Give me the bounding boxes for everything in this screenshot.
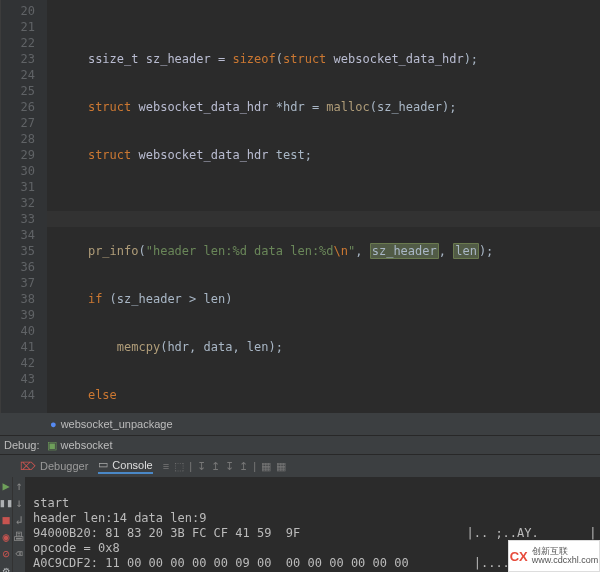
debugger-icon: ⌦ <box>20 460 36 473</box>
line-number: 35 <box>1 243 35 259</box>
pause-icon[interactable]: ▮▮ <box>0 497 12 509</box>
line-number: 36 <box>1 259 35 275</box>
line-number: 27 <box>1 115 35 131</box>
line-number: 20 <box>1 3 35 19</box>
tab-debugger[interactable]: ⌦ Debugger <box>20 460 88 473</box>
wrap-icon[interactable]: ↲ <box>13 514 25 526</box>
debug-toolwindow-header[interactable]: Debug: ▣ websocket <box>0 435 600 455</box>
mute-breakpoints-icon[interactable]: ⊘ <box>0 548 12 560</box>
line-gutter: 2021222324252627282930313233343536373839… <box>1 0 47 413</box>
code-line: memcpy(hdr, data, len); <box>59 339 600 355</box>
line-number: 38 <box>1 291 35 307</box>
line-number: 28 <box>1 131 35 147</box>
code-line: pr_info("header len:%d data len:%d\n", s… <box>59 243 600 259</box>
toolbar-view-icons[interactable]: ≡ ⬚ | ↧ ↥ ↧ ↥ | ▦ ▦ <box>163 460 288 473</box>
line-number: 22 <box>1 35 35 51</box>
console-icon: ▭ <box>98 458 108 471</box>
view-breakpoints-icon[interactable]: ◉ <box>0 531 12 543</box>
down-icon[interactable]: ↓ <box>13 497 25 509</box>
stop-icon[interactable]: ■ <box>0 514 12 526</box>
line-number: 41 <box>1 339 35 355</box>
line-number: 24 <box>1 67 35 83</box>
code-line: ssize_t sz_header = sizeof(struct websoc… <box>59 51 600 67</box>
code-line: else <box>59 387 600 403</box>
watermark-logo: CX 创新互联www.cdcxhl.com <box>508 540 600 572</box>
line-number: 30 <box>1 163 35 179</box>
line-number: 29 <box>1 147 35 163</box>
clear-icon[interactable]: ⌫ <box>13 548 25 560</box>
run-config-icon: ▣ <box>47 439 57 452</box>
line-number: 33 <box>1 211 35 227</box>
debug-config-name[interactable]: websocket <box>60 439 112 451</box>
line-number: 43 <box>1 371 35 387</box>
line-number: 40 <box>1 323 35 339</box>
line-number: 21 <box>1 19 35 35</box>
code-line: struct websocket_data_hdr test; <box>59 147 600 163</box>
line-number: 32 <box>1 195 35 211</box>
line-number: 25 <box>1 83 35 99</box>
code-line <box>59 195 600 211</box>
current-line-highlight <box>47 211 600 227</box>
line-number: 42 <box>1 355 35 371</box>
line-number: 37 <box>1 275 35 291</box>
debug-run-toolbar: ▶ ▮▮ ■ ◉ ⊘ ⚙ <box>0 477 12 572</box>
code-editor[interactable]: 2021222324252627282930313233343536373839… <box>0 0 600 413</box>
code-body[interactable]: ssize_t sz_header = sizeof(struct websoc… <box>47 0 600 413</box>
up-icon[interactable]: ↑ <box>13 480 25 492</box>
settings-icon[interactable]: ⚙ <box>0 565 12 572</box>
code-line: struct websocket_data_hdr *hdr = malloc(… <box>59 99 600 115</box>
debug-tabs-row: ⌦ Debugger ▭ Console ≡ ⬚ | ↧ ↥ ↧ ↥ | ▦ ▦ <box>0 455 600 477</box>
console-side-toolbar: ↑ ↓ ↲ 🖶 ⌫ <box>12 477 25 572</box>
breadcrumb-function[interactable]: websocket_unpackage <box>61 418 173 430</box>
line-number: 44 <box>1 387 35 403</box>
function-icon: ● <box>50 418 57 430</box>
line-number: 34 <box>1 227 35 243</box>
line-number: 26 <box>1 99 35 115</box>
breadcrumb-bar: ● websocket_unpackage <box>0 413 600 435</box>
print-icon[interactable]: 🖶 <box>13 531 25 543</box>
debug-label: Debug: <box>4 439 39 451</box>
line-number: 23 <box>1 51 35 67</box>
rerun-icon[interactable]: ▶ <box>0 480 12 492</box>
tab-console[interactable]: ▭ Console <box>98 458 152 474</box>
line-number: 39 <box>1 307 35 323</box>
code-line: if (sz_header > len) <box>59 291 600 307</box>
line-number: 31 <box>1 179 35 195</box>
